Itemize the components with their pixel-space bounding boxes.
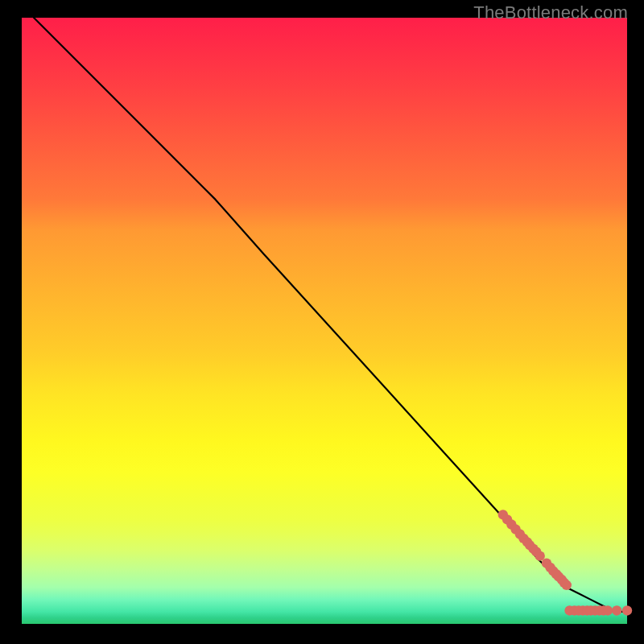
chart-line-layer — [34, 18, 627, 612]
chart-point — [603, 605, 613, 615]
chart-scatter-layer — [498, 510, 633, 615]
chart-point — [622, 605, 632, 615]
chart-point — [562, 580, 572, 590]
chart-overlay — [22, 18, 627, 624]
chart-line-curve — [34, 18, 627, 612]
chart-point — [612, 605, 621, 615]
